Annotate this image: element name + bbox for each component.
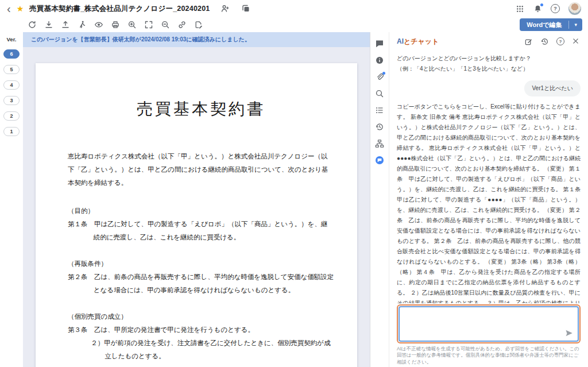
upload-icon[interactable]: [61, 20, 70, 29]
attachment-notification-dot: [382, 72, 385, 75]
top-header-bar: ‹ ★ 売買基本契約書_株式会社品川テクノロジー_20240201 ?: [0, 0, 588, 17]
section-heading: （再販条件）: [68, 257, 334, 271]
contract-intro: 恵比寿ロボティクス株式会社（以下「甲」という。）と株式会社品川テクノロジー（以下…: [68, 150, 334, 190]
apps-grid-icon[interactable]: [515, 4, 524, 13]
version-pill-5[interactable]: 5: [3, 65, 20, 74]
info-icon[interactable]: [375, 56, 384, 65]
edit-in-word-button[interactable]: Wordで編集 ▾: [520, 18, 582, 31]
contract-section: （目的） 第１条甲は乙に対して、甲の製造する「えびロボ」（以下「商品」という。）…: [68, 204, 334, 244]
attachments-paperclip-icon[interactable]: [375, 72, 384, 82]
document-page: 売買基本契約書 恵比寿ロボティクス株式会社（以下「甲」という。）と株式会社品川テ…: [36, 63, 357, 367]
version-pill-1[interactable]: 1: [3, 127, 20, 136]
panel-icon-rail: [370, 32, 389, 367]
search-icon[interactable]: [375, 89, 384, 98]
chat-history-icon[interactable]: [540, 37, 549, 46]
copy-document-icon[interactable]: [241, 4, 250, 13]
ai-message-question: どのバージョンとどのバージョンを比較しますか？ （例：「4と比べたい」「1と3を…: [397, 53, 581, 74]
refresh-icon[interactable]: [28, 20, 37, 29]
clause-body: 甲は乙に対して、甲の製造する「えびロボ」（以下「商品」という。）を、継続的に売渡…: [94, 220, 328, 241]
link-icon[interactable]: [177, 20, 187, 29]
zoom-in-icon[interactable]: [127, 20, 137, 29]
version-walkthrough-icon[interactable]: [78, 20, 87, 29]
edit-in-word-label: Wordで編集: [520, 21, 568, 29]
viewer-toolbar: Wordで編集 ▾: [0, 17, 588, 32]
chat-help-icon[interactable]: ?: [556, 37, 564, 45]
clause-body: 乙は、甲所定の発注書で甲に発注を行うものとする。: [94, 326, 254, 334]
ai-chat-panel: AIとチャット ?: [389, 32, 588, 367]
clause: 第２条乙は、前条の商品を再販売するに際し、平均的な時価を逸脱して安価な価額設定と…: [68, 271, 334, 297]
contract-title: 売買基本契約書: [68, 102, 334, 115]
document-edit-icon[interactable]: [194, 20, 203, 29]
chat-input-container: [399, 306, 579, 342]
clause-number: 第３条: [68, 326, 88, 334]
chat-input[interactable]: [400, 307, 578, 341]
sub-clause: ２）甲が前項の発注を受け、注文請書を乙に交付したときに、個別売買契約が成立したも…: [68, 337, 334, 363]
comments-icon[interactable]: [375, 39, 384, 48]
send-icon[interactable]: [564, 329, 574, 338]
ai-disclaimer: AIは不正確な情報を生成する可能性があるため、必ず回答をご確認ください。この回答…: [397, 346, 581, 366]
ai-message-response: コピーボタンでこちらをコピーし、Excel等に貼り付けることができます。 新条文…: [397, 102, 581, 303]
fit-screen-icon[interactable]: [144, 20, 153, 29]
ai-chat-title: AIとチャット: [397, 37, 439, 47]
close-panel-icon[interactable]: [572, 37, 581, 46]
list-icon[interactable]: [375, 106, 384, 115]
app-window: ‹ ★ 売買基本契約書_株式会社品川テクノロジー_20240201 ?: [0, 0, 588, 367]
user-message-bubble: Ver1と比べたい: [524, 80, 581, 96]
document-file-title: 売買基本契約書_株式会社品川テクノロジー_20240201: [29, 4, 210, 14]
version-pill-3[interactable]: 3: [3, 96, 20, 105]
new-chat-compose-icon[interactable]: [524, 37, 533, 46]
ai-chat-header: AIとチャット ?: [397, 32, 581, 51]
clause-number: 第１条: [68, 220, 88, 228]
print-icon[interactable]: [111, 20, 120, 29]
section-heading: （目的）: [68, 204, 334, 218]
clause: 第３条乙は、甲所定の発注書で甲に発注を行うものとする。: [68, 323, 334, 337]
notifications-bell-icon[interactable]: [533, 4, 542, 13]
notification-dot: [540, 3, 543, 6]
document-viewer: このバージョンを【営業部長】俵研太郎が2024/02/08 19:03に確認済み…: [23, 32, 370, 367]
chat-messages: どのバージョンとどのバージョンを比較しますか？ （例：「4と比べたい」「1と3を…: [397, 51, 581, 303]
ai-question-line2: （例：「4と比べたい」「1と3を比べたい」など）: [397, 64, 581, 74]
chat-header-actions: ?: [524, 37, 581, 46]
version-pill-6[interactable]: 6: [3, 49, 20, 59]
ai-question-line1: どのバージョンとどのバージョンを比較しますか？: [397, 53, 581, 64]
download-icon[interactable]: [44, 20, 53, 29]
clause: 第１条甲は乙に対して、甲の製造する「えびロボ」（以下「商品」という。）を、継続的…: [68, 218, 334, 244]
contract-section: （個別売買の成立） 第３条乙は、甲所定の発注書で甲に発注を行うものとする。 ２）…: [68, 310, 334, 363]
zoom-out-icon[interactable]: [161, 20, 170, 29]
contract-section: （再販条件） 第２条乙は、前条の商品を再販売するに際し、平均的な時価を逸脱して安…: [68, 257, 334, 297]
section-heading: （個別売買の成立）: [68, 310, 334, 323]
related-documents-tree-icon[interactable]: [375, 139, 384, 148]
chat-input-highlight: [397, 304, 581, 343]
version-label: Ver.: [0, 36, 23, 43]
ai-chat-icon-active[interactable]: [375, 156, 384, 165]
share-person-add-icon[interactable]: [220, 4, 230, 13]
document-actions: [220, 4, 250, 13]
version-pill-4[interactable]: 4: [3, 80, 20, 90]
right-side-panel: AIとチャット ?: [370, 32, 588, 367]
version-pill-2[interactable]: 2: [3, 111, 20, 121]
main-area: Ver. 6 5 4 3 2 1 このバージョンを【営業部長】俵研太郎が2024…: [0, 32, 588, 367]
version-confirmed-banner: このバージョンを【営業部長】俵研太郎が2024/02/08 19:03に確認済み…: [23, 32, 370, 47]
preview-eye-icon[interactable]: [94, 20, 103, 29]
history-icon[interactable]: [375, 122, 384, 132]
global-actions: ?: [515, 2, 581, 15]
chevron-down-icon[interactable]: ▾: [569, 22, 582, 28]
clause-body: 乙は、前条の商品を再販売するに際し、平均的な時価を逸脱して安価な価額設定となる場…: [94, 273, 334, 294]
help-icon[interactable]: ?: [551, 4, 560, 13]
user-avatar[interactable]: [568, 2, 581, 15]
banner-text: このバージョンを【営業部長】俵研太郎が2024/02/08 19:03に確認済み…: [31, 36, 250, 44]
back-chevron-icon[interactable]: ‹: [7, 3, 11, 14]
favorite-star-icon[interactable]: ★: [17, 4, 24, 13]
clause-number: 第２条: [68, 273, 88, 281]
version-sidebar: Ver. 6 5 4 3 2 1: [0, 32, 23, 367]
